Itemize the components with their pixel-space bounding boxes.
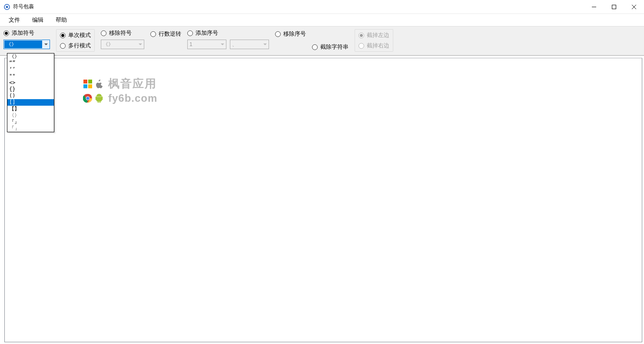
app-icon (3, 3, 10, 10)
menubar: 文件 编辑 帮助 (0, 14, 644, 26)
radio-label: 移除符号 (109, 29, 132, 37)
watermark-text-1: 枫音应用 (108, 76, 157, 91)
windows-icon (83, 79, 93, 89)
radio-trim-left: 截掉左边 (359, 31, 389, 39)
svg-point-12 (86, 97, 90, 100)
radio-icon (60, 33, 66, 38)
window-title: 符号包裹 (13, 3, 34, 10)
chevron-down-icon (261, 40, 269, 49)
radio-icon (187, 30, 193, 36)
dropdown-item[interactable]: 《》 (7, 53, 54, 60)
remove-symbol-combo[interactable]: 《》 (101, 40, 144, 49)
menu-edit[interactable]: 编辑 (27, 14, 49, 26)
symbol-dropdown-list[interactable]: 《》“”‘’""<>{}()[]【】〈〉『』「」 (7, 53, 54, 132)
combo-value: 1 (188, 41, 219, 47)
minimize-button[interactable] (584, 0, 604, 14)
radio-icon (60, 43, 66, 49)
radio-label: 截掉右边 (367, 42, 389, 50)
close-button[interactable] (624, 0, 644, 14)
radio-remove-seq[interactable]: 移除序号 (275, 30, 306, 38)
svg-rect-9 (88, 84, 92, 88)
dropdown-item[interactable]: <> (7, 80, 54, 86)
dropdown-item[interactable]: 「」 (7, 125, 54, 132)
menu-help[interactable]: 帮助 (50, 14, 72, 26)
toolbar: 添加符号 《》 单次模式 多行模式 移除符号 《》 行数逆转 (0, 26, 644, 56)
combo-value: 、 (230, 41, 261, 48)
radio-icon (312, 44, 318, 50)
combo-value: 《》 (101, 41, 136, 48)
radio-add-symbol[interactable]: 添加符号 (3, 29, 50, 37)
radio-reverse-lines[interactable]: 行数逆转 (150, 30, 181, 38)
svg-point-1 (6, 6, 8, 8)
seq-start-combo[interactable]: 1 (187, 40, 226, 49)
radio-single-mode[interactable]: 单次模式 (60, 31, 91, 39)
symbol-combo[interactable]: 《》 (3, 40, 50, 49)
radio-add-seq[interactable]: 添加序号 (187, 29, 269, 37)
radio-icon (275, 31, 281, 37)
titlebar: 符号包裹 (0, 0, 644, 14)
radio-icon (150, 31, 156, 37)
radio-remove-symbol[interactable]: 移除符号 (101, 29, 144, 37)
radio-label: 添加序号 (196, 29, 218, 37)
radio-icon (359, 43, 364, 49)
dropdown-item[interactable]: “” (7, 60, 54, 67)
chrome-icon (83, 94, 93, 103)
radio-label: 添加符号 (12, 29, 34, 37)
watermark-text-2: fy6b.com (108, 92, 157, 104)
window-controls (584, 0, 644, 14)
radio-label: 移除序号 (283, 30, 306, 38)
radio-multi-mode[interactable]: 多行模式 (60, 42, 91, 50)
dropdown-item[interactable]: 〈〉 (7, 112, 54, 119)
radio-trim-string[interactable]: 截除字符串 (312, 43, 349, 51)
dropdown-item[interactable]: ‘’ (7, 67, 54, 73)
dropdown-item[interactable]: () (7, 93, 54, 99)
radio-icon (359, 33, 364, 38)
chevron-down-icon (136, 40, 144, 49)
radio-icon (3, 30, 9, 36)
dropdown-item[interactable]: 【】 (7, 106, 54, 112)
svg-rect-6 (83, 80, 87, 83)
dropdown-item[interactable]: {} (7, 86, 54, 93)
radio-label: 多行模式 (68, 42, 91, 50)
radio-icon (101, 30, 106, 36)
svg-rect-7 (88, 80, 92, 83)
combo-value: 《》 (4, 40, 42, 48)
chevron-down-icon[interactable] (42, 40, 50, 49)
radio-label: 行数逆转 (159, 30, 181, 38)
dropdown-item[interactable]: 『』 (7, 119, 54, 125)
radio-label: 单次模式 (68, 31, 91, 39)
radio-label: 截掉左边 (367, 31, 389, 39)
dropdown-item[interactable]: [] (7, 99, 54, 106)
svg-rect-8 (83, 84, 87, 88)
svg-rect-3 (612, 5, 616, 9)
dropdown-item[interactable]: "" (7, 73, 54, 80)
radio-label: 截除字符串 (320, 43, 349, 51)
seq-sep-combo[interactable]: 、 (230, 40, 269, 49)
menu-file[interactable]: 文件 (3, 14, 25, 26)
radio-trim-right: 截掉右边 (359, 42, 389, 50)
watermark: 枫音应用 fy6b.com (83, 76, 157, 104)
apple-icon (94, 79, 104, 89)
android-icon (94, 94, 104, 103)
text-area[interactable]: 枫音应用 fy6b.com (4, 58, 642, 342)
chevron-down-icon (219, 40, 226, 49)
maximize-button[interactable] (604, 0, 624, 14)
